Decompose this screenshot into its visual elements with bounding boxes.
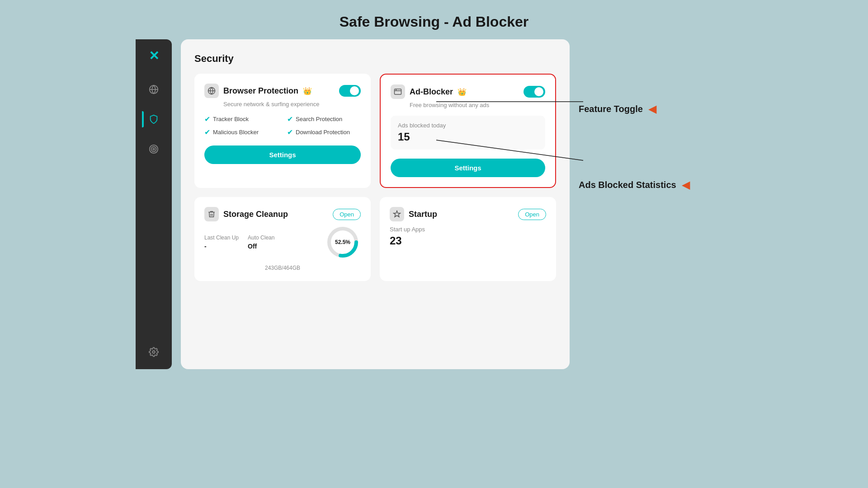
ads-blocked-annotation: Ads Blocked Statistics ◀ xyxy=(579,178,732,191)
last-clean-label: Last Clean Up xyxy=(204,235,239,241)
storage-capacity: 243GB/464GB xyxy=(204,265,361,271)
storage-cleanup-icon xyxy=(204,207,219,221)
ad-blocker-icon xyxy=(391,84,405,99)
startup-card: Startup Open Start up Apps 23 xyxy=(380,197,556,281)
content-area: Security Browser Protection xyxy=(181,39,570,369)
ads-blocked-text: Ads Blocked Statistics xyxy=(579,180,676,190)
sidebar: ✕ xyxy=(136,39,172,369)
feature-download-label: Download Protection xyxy=(296,129,350,136)
ad-blocker-card: Ad-Blocker 👑 Free browsing without any a… xyxy=(380,74,556,188)
ads-blocked-label: Ads blocked today xyxy=(398,122,538,129)
annotations-area: Feature Toggle ◀ Ads Blocked Statistics … xyxy=(579,39,732,191)
feature-tracker-label: Tracker Block xyxy=(213,116,249,122)
ad-blocker-header: Ad-Blocker 👑 xyxy=(391,84,545,99)
feature-toggle-arrow: ◀ xyxy=(648,103,656,115)
feature-toggle-annotation: Feature Toggle ◀ xyxy=(579,103,732,115)
startup-title-group: Startup xyxy=(390,207,437,221)
ads-blocked-value: 15 xyxy=(398,131,538,143)
browser-protection-header: Browser Protection 👑 xyxy=(204,84,361,98)
check-icon-download: ✔ xyxy=(287,128,293,136)
auto-clean-stat: Auto Clean Off xyxy=(248,235,274,250)
startup-apps-value: 23 xyxy=(390,235,546,247)
sidebar-item-target[interactable] xyxy=(146,141,162,157)
svg-point-4 xyxy=(153,148,155,150)
svg-rect-8 xyxy=(395,89,401,94)
ad-blocker-title-group: Ad-Blocker 👑 xyxy=(391,84,467,99)
sidebar-item-shield[interactable] xyxy=(146,111,162,127)
browser-protection-settings-button[interactable]: Settings xyxy=(204,145,361,164)
main-layout: ✕ Sec xyxy=(0,39,868,369)
browser-protection-icon xyxy=(204,84,219,98)
browser-protection-title-group: Browser Protection 👑 xyxy=(204,84,312,98)
last-clean-value: - xyxy=(204,243,239,250)
feature-toggle-text: Feature Toggle xyxy=(579,104,643,114)
page-title: Safe Browsing - Ad Blocker xyxy=(340,14,528,30)
donut-label: 52.5% xyxy=(335,239,350,245)
feature-malicious-label: Malicious Blocker xyxy=(213,129,259,136)
ad-blocker-toggle[interactable] xyxy=(524,86,545,98)
feature-search-label: Search Protection xyxy=(296,116,342,122)
feature-search-protection: ✔ Search Protection xyxy=(287,115,361,123)
cards-grid: Browser Protection 👑 Secure network & su… xyxy=(194,74,556,281)
auto-clean-value: Off xyxy=(248,243,274,250)
ads-blocked-arrow: ◀ xyxy=(682,178,690,191)
startup-icon xyxy=(390,207,404,221)
sidebar-item-globe[interactable] xyxy=(146,81,162,98)
ad-blocker-settings-button[interactable]: Settings xyxy=(391,159,545,177)
storage-cleanup-card: Storage Cleanup Open Last Clean Up - Aut… xyxy=(194,197,371,281)
ads-blocked-stats-box: Ads blocked today 15 xyxy=(391,116,545,150)
check-icon-tracker: ✔ xyxy=(204,115,210,123)
startup-open-badge[interactable]: Open xyxy=(518,209,546,220)
section-title: Security xyxy=(194,53,556,65)
svg-point-5 xyxy=(152,351,155,353)
sidebar-item-settings[interactable] xyxy=(146,344,162,360)
auto-clean-label: Auto Clean xyxy=(248,235,274,241)
feature-tracker-block: ✔ Tracker Block xyxy=(204,115,278,123)
browser-protection-subtitle: Secure network & surfing experience xyxy=(204,101,361,108)
startup-apps-label: Start up Apps xyxy=(390,226,546,233)
ad-blocker-subtitle: Free browsing without any ads xyxy=(391,102,545,108)
browser-protection-title: Browser Protection xyxy=(223,86,298,96)
storage-donut-chart: 52.5% xyxy=(325,224,361,260)
feature-malicious-blocker: ✔ Malicious Blocker xyxy=(204,128,278,136)
browser-protection-card: Browser Protection 👑 Secure network & su… xyxy=(194,74,371,188)
check-icon-search: ✔ xyxy=(287,115,293,123)
storage-cleanup-title: Storage Cleanup xyxy=(223,210,288,219)
sidebar-logo[interactable]: ✕ xyxy=(149,48,159,63)
storage-cleanup-title-group: Storage Cleanup xyxy=(204,207,288,221)
storage-info: Last Clean Up - Auto Clean Off xyxy=(204,224,361,260)
feature-download-protection: ✔ Download Protection xyxy=(287,128,361,136)
browser-protection-crown: 👑 xyxy=(303,87,312,95)
startup-header: Startup Open xyxy=(390,207,546,221)
startup-title: Startup xyxy=(409,210,437,219)
feature-list: ✔ Tracker Block ✔ Search Protection ✔ Ma… xyxy=(204,115,361,136)
check-icon-malicious: ✔ xyxy=(204,128,210,136)
last-clean-stat: Last Clean Up - xyxy=(204,235,239,250)
ad-blocker-title: Ad-Blocker xyxy=(410,87,453,97)
ad-blocker-crown: 👑 xyxy=(458,88,467,96)
storage-cleanup-header: Storage Cleanup Open xyxy=(204,207,361,221)
startup-info: Start up Apps 23 xyxy=(390,226,546,247)
storage-cleanup-open-badge[interactable]: Open xyxy=(333,209,361,220)
browser-protection-toggle[interactable] xyxy=(339,85,361,97)
svg-point-3 xyxy=(151,147,156,152)
